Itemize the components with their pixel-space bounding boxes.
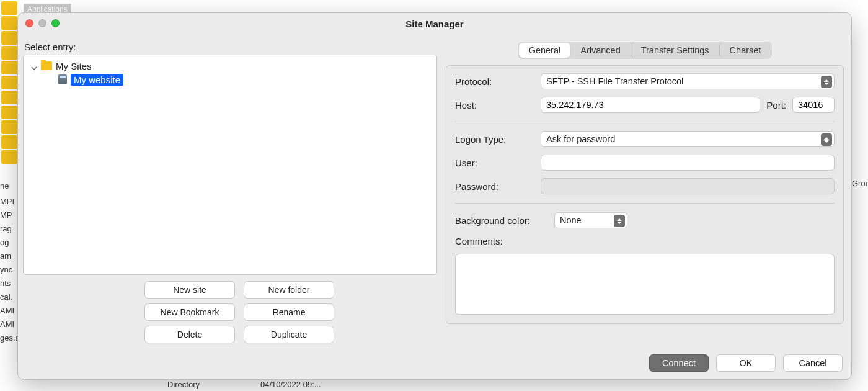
minimize-icon — [38, 19, 46, 27]
bgcolor-label: Background color: — [455, 215, 548, 226]
protocol-label: Protocol: — [455, 76, 534, 87]
select-entry-label: Select entry: — [24, 42, 437, 52]
port-input[interactable] — [792, 97, 835, 113]
bg-bottom-date: 04/10/2022 09:... — [260, 380, 321, 391]
close-icon[interactable] — [25, 19, 33, 27]
bgcolor-select[interactable]: None — [554, 212, 627, 228]
folder-icon — [1, 106, 17, 119]
tree-item-label: My website — [71, 74, 123, 86]
protocol-select[interactable]: SFTP - SSH File Transfer Protocol — [541, 73, 835, 89]
duplicate-button[interactable]: Duplicate — [244, 326, 334, 343]
general-panel: Protocol: SFTP - SSH File Transfer Proto… — [446, 65, 844, 324]
host-row: Host: Port: — [455, 97, 835, 113]
password-row: Password: — [455, 178, 835, 194]
folder-icon — [1, 120, 17, 134]
tab-transfer-settings[interactable]: Transfer Settings — [631, 43, 719, 58]
user-row: User: — [455, 155, 835, 171]
folder-icon — [1, 61, 17, 74]
tab-general[interactable]: General — [519, 43, 571, 58]
rename-button[interactable]: Rename — [244, 303, 334, 321]
folder-icon — [1, 135, 17, 149]
folder-icon — [1, 150, 17, 164]
new-folder-button[interactable]: New folder — [244, 281, 334, 299]
ok-button[interactable]: OK — [716, 354, 776, 372]
new-bookmark-button[interactable]: New Bookmark — [144, 303, 235, 321]
logon-type-label: Logon Type: — [455, 134, 534, 145]
password-label: Password: — [455, 181, 534, 192]
updown-icon — [821, 133, 832, 146]
bg-right-label: Grou — [852, 179, 868, 188]
folder-icon — [1, 46, 17, 60]
folder-icon — [1, 1, 17, 15]
site-manager-dialog: Site Manager Select entry: My Sites My w… — [17, 12, 852, 380]
site-action-buttons: New site New folder New Bookmark Rename … — [23, 281, 437, 343]
bgcolor-row: Background color: None — [455, 212, 835, 228]
user-label: User: — [455, 158, 534, 168]
host-label: Host: — [455, 100, 534, 110]
titlebar: Site Manager — [18, 13, 851, 35]
divider — [455, 122, 835, 122]
password-input — [541, 178, 835, 194]
sites-tree[interactable]: My Sites My website — [23, 55, 437, 275]
protocol-row: Protocol: SFTP - SSH File Transfer Proto… — [455, 73, 835, 89]
left-pane: Select entry: My Sites My website New si… — [23, 40, 437, 343]
user-input[interactable] — [541, 155, 835, 171]
comments-textarea[interactable] — [455, 254, 835, 315]
settings-tabbar: General Advanced Transfer Settings Chars… — [518, 42, 773, 59]
updown-icon — [821, 76, 832, 88]
logon-type-select[interactable]: Ask for password — [541, 131, 835, 147]
host-input[interactable] — [541, 97, 760, 113]
folder-icon — [1, 16, 17, 30]
server-icon — [58, 74, 67, 84]
updown-icon — [614, 215, 625, 227]
folder-icon — [1, 31, 17, 45]
tree-root-label: My Sites — [56, 61, 92, 71]
bgcolor-value: None — [560, 215, 582, 225]
logon-type-value: Ask for password — [546, 134, 615, 144]
tab-charset[interactable]: Charset — [719, 43, 771, 58]
bg-bottom-type: Directory — [167, 380, 260, 391]
bg-ne-label: ne — [0, 181, 9, 191]
tree-item-my-website[interactable]: My website — [26, 73, 434, 86]
cancel-button[interactable]: Cancel — [783, 354, 843, 372]
right-pane: General Advanced Transfer Settings Chars… — [446, 40, 844, 343]
protocol-value: SFTP - SSH File Transfer Protocol — [546, 76, 683, 86]
folder-icon — [1, 76, 17, 89]
window-title: Site Manager — [18, 19, 851, 29]
comments-label: Comments: — [455, 236, 835, 246]
port-label: Port: — [766, 100, 786, 110]
bg-bottom-name — [0, 380, 167, 391]
zoom-icon[interactable] — [51, 19, 60, 27]
window-controls — [25, 19, 60, 27]
divider — [455, 203, 835, 204]
bg-bottom-row: Directory 04/10/2022 09:... — [0, 380, 868, 391]
folder-icon — [1, 91, 17, 104]
folder-icon — [41, 61, 52, 70]
delete-button[interactable]: Delete — [144, 326, 235, 343]
new-site-button[interactable]: New site — [144, 281, 235, 299]
dialog-footer: Connect OK Cancel — [18, 348, 851, 379]
logon-row: Logon Type: Ask for password — [455, 131, 835, 147]
chevron-down-icon[interactable] — [31, 63, 37, 69]
tab-advanced[interactable]: Advanced — [570, 43, 631, 58]
tree-root-my-sites[interactable]: My Sites — [26, 59, 434, 73]
connect-button[interactable]: Connect — [649, 354, 709, 372]
